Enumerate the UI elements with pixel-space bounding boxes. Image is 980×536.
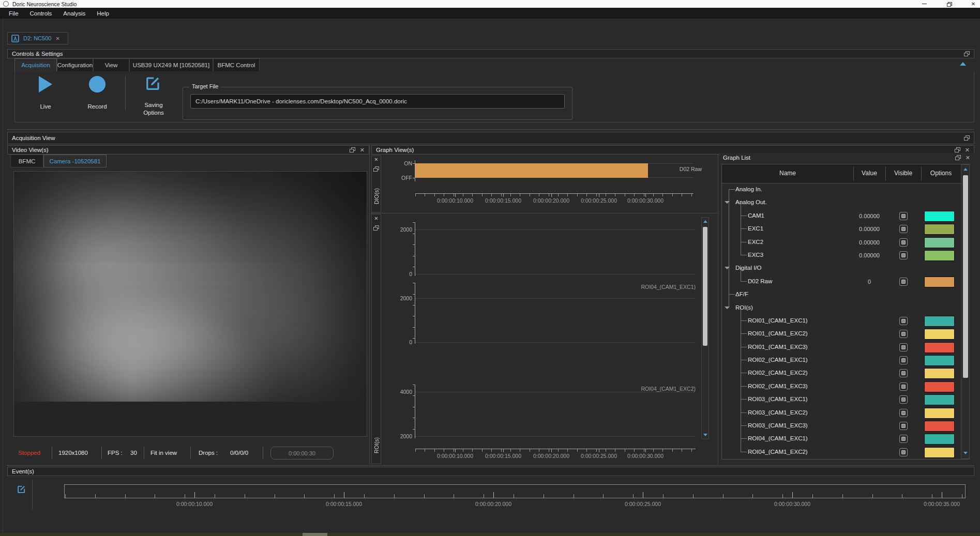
visible-checkbox[interactable]: [899, 435, 908, 443]
close-panel-icon[interactable]: ✕: [965, 147, 970, 153]
list-item[interactable]: Analog In.: [722, 183, 961, 196]
close-button[interactable]: ✕: [968, 0, 979, 8]
tab-view[interactable]: View: [93, 58, 129, 72]
roi-close-icon[interactable]: ✕: [371, 216, 381, 221]
splitter-vertical[interactable]: [369, 145, 370, 464]
color-swatch[interactable]: [924, 355, 955, 366]
list-item[interactable]: ROI03_(CAM1_EXC3): [722, 419, 961, 432]
color-swatch[interactable]: [924, 342, 955, 353]
visible-checkbox[interactable]: [899, 225, 908, 233]
visible-checkbox[interactable]: [899, 330, 908, 338]
splitter-horizontal[interactable]: [7, 129, 974, 130]
visible-checkbox[interactable]: [899, 343, 908, 351]
graph-list-scrollbar[interactable]: [961, 164, 970, 459]
list-item[interactable]: ROI02_(CAM1_EXC2): [722, 366, 961, 379]
list-item[interactable]: ROI03_(CAM1_EXC2): [722, 406, 961, 419]
collapse-arrow-icon[interactable]: [725, 307, 730, 309]
dio-float-icon[interactable]: [373, 166, 379, 172]
list-item[interactable]: ΔF/F: [722, 288, 961, 301]
list-item[interactable]: EXC1 0.00000: [722, 222, 961, 235]
float-panel-icon[interactable]: [350, 147, 355, 152]
list-item[interactable]: ROI01_(CAM1_EXC1): [722, 314, 961, 327]
minimize-button[interactable]: [918, 0, 930, 8]
visible-checkbox[interactable]: [899, 251, 908, 259]
events-edit-button[interactable]: [17, 485, 26, 496]
list-item[interactable]: CAM1 0.00000: [722, 209, 961, 222]
visible-checkbox[interactable]: [899, 278, 908, 286]
list-item[interactable]: ROI04_(CAM1_EXC2): [722, 446, 961, 458]
splitter-vertical[interactable]: [718, 155, 718, 464]
column-name[interactable]: Name: [722, 170, 853, 177]
visible-checkbox[interactable]: [899, 448, 908, 456]
list-item[interactable]: EXC3 0.00000: [722, 249, 961, 262]
color-swatch[interactable]: [924, 329, 955, 340]
splitter-horizontal[interactable]: [7, 465, 974, 466]
visible-checkbox[interactable]: [899, 317, 908, 325]
color-swatch[interactable]: [924, 381, 955, 392]
list-item[interactable]: D02 Raw 0: [722, 275, 961, 288]
color-swatch[interactable]: [924, 211, 955, 222]
scroll-down-icon[interactable]: [703, 434, 707, 436]
color-swatch[interactable]: [924, 408, 955, 419]
scrollbar-thumb[interactable]: [703, 227, 707, 346]
color-swatch[interactable]: [924, 447, 955, 458]
session-tab-close-icon[interactable]: ✕: [55, 36, 59, 41]
collapse-panel-icon[interactable]: [960, 62, 966, 66]
saving-options-button[interactable]: [145, 75, 161, 93]
close-panel-icon[interactable]: ✕: [360, 147, 365, 153]
color-swatch[interactable]: [924, 250, 955, 261]
scroll-down-icon[interactable]: [963, 452, 968, 454]
list-item[interactable]: ROI(s): [722, 301, 961, 314]
color-swatch[interactable]: [924, 224, 955, 235]
tab-bfmc-control[interactable]: BFMC Control: [213, 58, 260, 72]
restore-button[interactable]: [943, 0, 955, 8]
float-panel-icon[interactable]: [964, 51, 970, 56]
target-file-input[interactable]: C:/Users/MARK11/OneDrive - doriclenses.c…: [190, 94, 565, 109]
collapse-arrow-icon[interactable]: [725, 201, 730, 204]
color-swatch[interactable]: [924, 316, 955, 327]
visible-checkbox[interactable]: [899, 422, 908, 430]
scrollbar-thumb[interactable]: [963, 175, 968, 378]
tab-usb-device[interactable]: USB39 UX249 M [10520581]: [129, 58, 213, 72]
scroll-up-icon[interactable]: [963, 168, 968, 171]
visible-checkbox[interactable]: [899, 212, 908, 220]
float-panel-icon[interactable]: [955, 147, 960, 152]
menu-analysis[interactable]: Analysis: [57, 10, 91, 17]
dio-close-icon[interactable]: ✕: [371, 157, 381, 162]
float-panel-icon[interactable]: [964, 135, 970, 141]
color-swatch[interactable]: [924, 368, 955, 379]
color-swatch[interactable]: [924, 237, 955, 248]
splitter-horizontal[interactable]: [371, 213, 717, 213]
video-tab-bfmc[interactable]: BFMC: [10, 155, 43, 167]
close-panel-icon[interactable]: ✕: [966, 155, 970, 161]
tab-configuration[interactable]: Configuration: [57, 58, 93, 72]
scroll-up-icon[interactable]: [703, 220, 707, 223]
column-options[interactable]: Options: [921, 170, 961, 177]
color-swatch[interactable]: [924, 394, 955, 405]
visible-checkbox[interactable]: [899, 356, 908, 364]
visible-checkbox[interactable]: [899, 409, 908, 417]
session-tab[interactable]: D2: NC500 ✕: [7, 32, 68, 44]
color-swatch[interactable]: [924, 277, 955, 287]
list-item[interactable]: Digital I/O: [722, 262, 961, 274]
list-item[interactable]: ROI01_(CAM1_EXC2): [722, 327, 961, 340]
fit-in-view[interactable]: Fit in view: [150, 450, 177, 456]
color-swatch[interactable]: [924, 421, 955, 432]
live-button[interactable]: [39, 76, 52, 93]
visible-checkbox[interactable]: [899, 369, 908, 377]
list-item[interactable]: ROI02_(CAM1_EXC3): [722, 380, 961, 393]
color-swatch[interactable]: [924, 434, 955, 445]
roi-float-icon[interactable]: [373, 225, 379, 231]
list-item[interactable]: EXC2 0.00000: [722, 236, 961, 249]
column-value[interactable]: Value: [853, 170, 885, 177]
menu-help[interactable]: Help: [91, 10, 115, 17]
collapse-arrow-icon[interactable]: [725, 267, 730, 269]
visible-checkbox[interactable]: [899, 395, 908, 404]
video-tab-camera[interactable]: Camera -10520581: [43, 155, 107, 167]
column-visible[interactable]: Visible: [885, 170, 921, 177]
menu-controls[interactable]: Controls: [24, 10, 58, 17]
visible-checkbox[interactable]: [899, 238, 908, 247]
visible-checkbox[interactable]: [899, 382, 908, 391]
list-item[interactable]: ROI02_(CAM1_EXC1): [722, 354, 961, 366]
roi-scrollbar[interactable]: [701, 217, 709, 439]
